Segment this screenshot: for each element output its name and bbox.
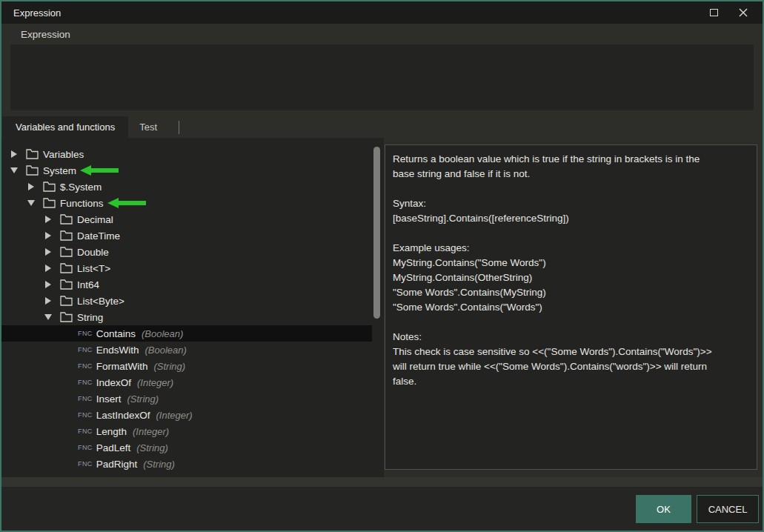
fnc-badge: FNC [78,395,93,402]
expand-icon[interactable] [44,265,52,272]
collapse-icon[interactable] [10,167,18,173]
function-return-type: (Integer) [133,426,169,437]
collapse-icon[interactable] [27,200,35,206]
tree-item-label: $.System [60,182,102,193]
close-icon [739,8,748,17]
folder-icon [43,198,56,208]
folder-icon [60,312,73,322]
tree-item-endswith[interactable]: FNCEndsWith(Boolean) [1,342,372,358]
fnc-badge: FNC [78,428,93,435]
annotation-arrow-icon [80,164,119,176]
tree-item-double[interactable]: Double [1,244,372,260]
titlebar-buttons [699,1,758,24]
tree-item-insert[interactable]: FNCInsert(String) [1,390,372,407]
doc-line [393,315,749,330]
window-title: Expression [13,7,61,19]
fnc-badge: FNC [78,460,93,468]
expand-icon[interactable] [27,183,35,190]
function-return-type: (String) [136,442,168,453]
doc-line: [baseString].Contains([referenceString]) [393,211,749,226]
tree-item-list-byte[interactable]: List<Byte> [1,293,372,309]
tree-item-label: List<Byte> [77,296,124,307]
tree-item-label: DateTime [77,230,120,242]
expression-field-label: Expression [21,29,70,40]
fnc-badge: FNC [78,346,93,353]
expand-icon[interactable] [44,216,52,223]
function-name: LastIndexOf [96,410,150,421]
folder-icon [60,230,73,241]
tree-item-formatwith[interactable]: FNCFormatWith(String) [1,358,372,374]
tree-item-contains[interactable]: FNCContains(Boolean) [1,325,372,342]
doc-line: MyString.Contains(OtherString) [393,270,749,285]
tree-item-decimal[interactable]: Decimal [1,211,372,227]
expand-icon[interactable] [44,248,52,256]
function-name: FormatWith [96,361,148,372]
tab-variables-and-functions[interactable]: Variables and functions [2,116,128,138]
tree-item-functions[interactable]: Functions [1,195,372,211]
folder-icon [60,214,73,225]
tree-item-string[interactable]: String [1,309,372,325]
tree-item-label: Int64 [77,279,99,290]
close-button[interactable] [728,1,758,24]
cancel-button[interactable]: CANCEL [697,495,759,523]
tree-item-label: String [77,312,103,323]
folder-icon [60,263,73,273]
maximize-button[interactable] [699,1,728,24]
fnc-badge: FNC [78,330,93,337]
tree-item-datetime[interactable]: DateTime [1,227,372,244]
folder-icon [26,149,39,159]
tree-item-label: Variables [43,149,84,160]
tree-item-label: List<T> [77,263,110,274]
function-return-type: (Integer) [156,410,193,421]
expression-input[interactable] [10,44,754,110]
tree-item-lastindexof[interactable]: FNCLastIndexOf(Integer) [1,407,372,423]
function-name: IndexOf [96,377,131,388]
tree-scrollbar-thumb[interactable] [373,147,380,319]
function-name: Contains [96,328,136,339]
folder-icon [60,296,73,306]
function-tree: VariablesSystem$.SystemFunctionsDecimalD… [1,138,384,472]
doc-line: base string and false if it is not. [393,167,749,182]
tree-item-padleft[interactable]: FNCPadLeft(String) [1,439,372,456]
tree-item-int64[interactable]: Int64 [1,276,372,293]
tree-panel: VariablesSystem$.SystemFunctionsDecimalD… [1,138,384,477]
expand-icon[interactable] [44,297,52,305]
tree-item-label: Double [77,247,109,258]
tree-item-system[interactable]: $.System [1,179,372,195]
collapse-icon[interactable] [44,314,52,320]
function-name: EndsWith [96,345,139,356]
tree-item-label: System [43,165,76,176]
folder-icon [26,165,39,176]
footer: OK CANCEL [1,487,763,531]
tree-item-system[interactable]: System [1,162,372,179]
expand-icon[interactable] [44,281,52,288]
doc-line: This check is case sensitive so <<("Some… [393,345,749,359]
doc-line: MyString.Contains("Some Words") [393,256,749,270]
tree-item-length[interactable]: FNCLength(Integer) [1,423,372,439]
doc-line: "Some Words".Contains("Words") [393,300,749,315]
doc-line [393,226,749,241]
doc-line: will return true while <<("Some Words").… [393,359,749,374]
doc-line: Syntax: [393,196,749,211]
fnc-badge: FNC [78,362,93,370]
fnc-badge: FNC [78,379,93,386]
ok-button[interactable]: OK [636,495,691,523]
expand-icon[interactable] [44,232,52,239]
folder-icon [43,182,56,192]
tree-item-padright[interactable]: FNCPadRight(String) [1,456,372,472]
tab-separator [179,121,179,134]
tree-item-variables[interactable]: Variables [1,146,372,162]
folder-icon [60,279,73,290]
function-return-type: (Integer) [137,377,173,388]
fnc-badge: FNC [78,411,93,419]
function-return-type: (String) [153,361,185,372]
tree-item-list-t[interactable]: List<T> [1,260,372,276]
doc-line: "Some Words".Contains(MyString) [393,285,749,300]
doc-line: Example usages: [393,241,749,256]
doc-line [393,182,749,196]
tree-item-indexof[interactable]: FNCIndexOf(Integer) [1,374,372,390]
function-name: PadLeft [96,442,131,453]
tab-test[interactable]: Test [128,116,168,138]
function-name: Length [96,426,127,437]
expand-icon[interactable] [10,150,18,158]
